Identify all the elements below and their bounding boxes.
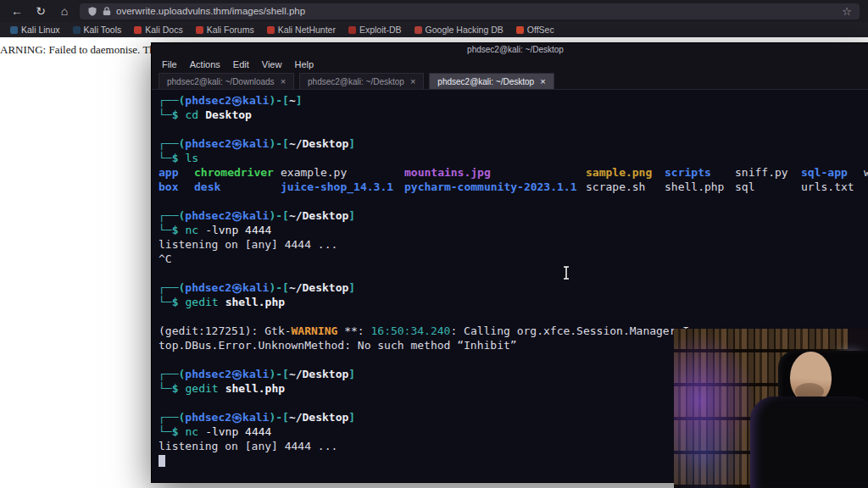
prompt-user: phdsec2㉿kali [185, 94, 269, 107]
tab-label: phdsec2@kali: ~/Desktop [308, 77, 404, 86]
bookmark-google-hacking-db[interactable]: Google Hacking DB [415, 25, 504, 35]
prompt-path: ~ [289, 94, 296, 107]
menu-view[interactable]: View [262, 59, 282, 69]
output-text: top.DBus.Error.UnknownMethod: No such me… [159, 339, 517, 352]
command-arg: shell.php [225, 382, 285, 395]
ls-item: shell.php [665, 180, 724, 194]
ls-item: pycharm-community-2023.1.1 [404, 180, 577, 194]
ls-item: scrape.sh [586, 180, 645, 194]
menu-actions[interactable]: Actions [190, 59, 220, 69]
ls-item: sniff.py [735, 165, 788, 180]
browser-toolbar: ← ↻ ⌂ overwrite.uploadvulns.thm/images/s… [0, 0, 868, 22]
reload-icon[interactable]: ↻ [32, 0, 49, 22]
favicon [134, 26, 142, 34]
prompt-path: ~/Desktop [289, 137, 348, 150]
prompt-path: ~/Desktop [289, 209, 348, 222]
back-icon[interactable]: ← [8, 0, 25, 22]
blank-line [159, 194, 868, 208]
tab-close-icon[interactable]: × [540, 77, 545, 86]
favicon [73, 26, 81, 34]
url-text[interactable]: overwrite.uploadvulns.thm/images/shell.p… [116, 6, 837, 16]
prompt-frame: ┌──( [159, 137, 185, 150]
command-arg: -lvnp 4444 [205, 224, 271, 236]
ls-item: sample.png [586, 165, 652, 180]
command-line: └─$ls [159, 151, 868, 165]
prompt-frame: ┌──( [159, 368, 185, 380]
prompt-line: ┌──(phdsec2㉿kali)-[~/Desktop] [159, 280, 868, 295]
tab-label: phdsec2@kali: ~/Downloads [167, 77, 275, 86]
prompt-user: phdsec2㉿kali [185, 137, 269, 150]
ls-item: sql-app [801, 165, 848, 180]
ls-output-row: box desk juice-shop_14.3.1 pycharm-commu… [159, 180, 868, 194]
prompt-frame: ] [348, 281, 355, 294]
tab-close-icon[interactable]: × [410, 77, 415, 86]
screen: ← ↻ ⌂ overwrite.uploadvulns.thm/images/s… [0, 0, 868, 488]
favicon [348, 26, 356, 34]
bookmark-label: OffSec [527, 25, 554, 35]
ls-item: box [159, 180, 178, 194]
bookmark-kali-tools[interactable]: Kali Tools [73, 25, 122, 35]
prompt-frame: ] [348, 209, 355, 222]
bookmarks-bar: Kali Linux Kali Tools Kali Docs Kali For… [0, 22, 868, 37]
prompt-frame: ┌──( [159, 411, 185, 424]
menu-file[interactable]: File [162, 59, 177, 69]
command: gedit [185, 382, 218, 395]
bookmark-kali-nethunter[interactable]: Kali NetHunter [267, 25, 336, 35]
tab-label: phdsec2@kali: ~/Desktop [437, 77, 534, 86]
command-line: └─$nc-lvnp 4444 [159, 223, 868, 237]
terminal-tab-desktop-1[interactable]: phdsec2@kali: ~/Desktop × [299, 73, 424, 89]
bookmark-exploit-db[interactable]: Exploit-DB [348, 25, 402, 35]
timestamp-text: 16:50:34.240 [370, 324, 450, 337]
prompt-user: phdsec2㉿kali [185, 411, 269, 424]
terminal-tab-desktop-2[interactable]: phdsec2@kali: ~/Desktop × [429, 73, 554, 89]
command-arg: Desktop [205, 108, 252, 121]
bookmark-kali-linux[interactable]: Kali Linux [10, 25, 60, 35]
blank-line [159, 122, 868, 136]
menu-help[interactable]: Help [294, 59, 314, 69]
ls-item: mountains.jpg [404, 165, 491, 180]
bookmark-star-icon[interactable]: ☆ [842, 5, 852, 18]
prompt-frame: )-[ [269, 209, 288, 222]
terminal-tab-downloads[interactable]: phdsec2@kali: ~/Downloads × [159, 73, 294, 89]
output-line: ^C [159, 252, 868, 266]
command: ls [185, 152, 198, 164]
bookmark-label: Kali Forums [207, 25, 254, 35]
command-arg: shell.php [225, 296, 285, 308]
bookmark-label: Kali Docs [145, 25, 182, 35]
bookmark-kali-forums[interactable]: Kali Forums [196, 25, 254, 35]
home-icon[interactable]: ⌂ [56, 0, 73, 22]
bookmark-kali-docs[interactable]: Kali Docs [134, 25, 182, 35]
prompt-frame: )-[ [269, 281, 288, 294]
menu-edit[interactable]: Edit [233, 59, 249, 69]
tab-close-icon[interactable]: × [281, 77, 286, 86]
command-line: └─$geditshell.php [159, 295, 868, 309]
output-text: listening on [any] 4444 ... [159, 440, 337, 452]
prompt-ps: └─$ [159, 152, 178, 164]
output-text: (gedit:127251): Gtk- [159, 324, 292, 337]
prompt-path: ~/Desktop [289, 368, 348, 380]
ls-item: juice-shop_14.3.1 [281, 180, 393, 194]
output-text: **: [337, 324, 370, 337]
bookmark-offsec[interactable]: OffSec [516, 25, 554, 35]
warning-text: WARNING [292, 324, 338, 337]
shield-icon[interactable] [87, 6, 97, 17]
prompt-frame: )-[ [269, 137, 288, 150]
ls-item: desk [194, 180, 220, 194]
prompt-user: phdsec2㉿kali [185, 368, 269, 380]
prompt-frame: ] [348, 137, 355, 150]
url-bar[interactable]: overwrite.uploadvulns.thm/images/shell.p… [80, 3, 860, 19]
prompt-line: ┌──(phdsec2㉿kali)-[~] [159, 93, 868, 108]
prompt-frame: ] [296, 94, 303, 107]
ls-item: chromedriver [194, 165, 274, 180]
prompt-frame: )-[ [269, 94, 288, 107]
prompt-frame: ] [348, 411, 355, 424]
lock-icon[interactable] [103, 6, 111, 16]
page-warning-text: ARNING: Failed to daemonise. This [0, 43, 163, 57]
prompt-ps: └─$ [159, 108, 178, 121]
command: nc [185, 425, 198, 438]
favicon [267, 26, 275, 34]
ls-item: urls.txt [801, 180, 854, 194]
favicon [196, 26, 203, 34]
terminal-title: phdsec2@kali: ~/Desktop [152, 43, 868, 57]
blank-line [159, 266, 868, 280]
